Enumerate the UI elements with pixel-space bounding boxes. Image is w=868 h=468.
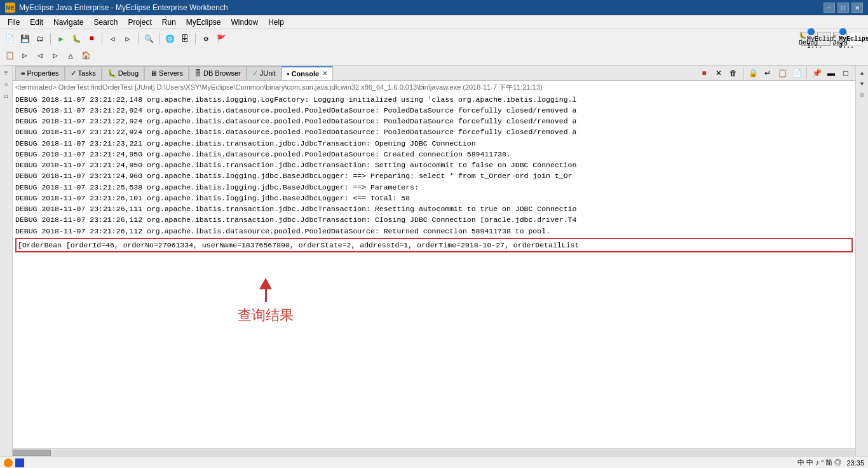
menu-search[interactable]: Search [88, 17, 123, 28]
right-btn-3[interactable]: ◎ [857, 90, 867, 100]
tb-run[interactable]: ▶ [54, 32, 68, 46]
menu-myeclipse[interactable]: MyEclipse [181, 17, 226, 28]
debug-line: DEBUG 2018-11-07 23:21:26,112 org.apache… [15, 226, 853, 237]
tab-db-browser[interactable]: 🗄 DB Browser [189, 66, 247, 80]
console-maximize[interactable]: □ [839, 66, 853, 80]
status-icon-2 [15, 458, 24, 467]
right-btn-2[interactable]: ▼ [857, 79, 867, 89]
tb-sep-2 [102, 33, 102, 45]
tasks-icon: ✓ [71, 69, 76, 78]
debug-line: DEBUG 2018-11-07 23:21:24,960 org.apache… [15, 170, 853, 181]
menu-edit[interactable]: Edit [25, 17, 48, 28]
tb2-up[interactable]: △ [64, 48, 78, 62]
persp-myeclipse-i[interactable]: 🔵 MyEclipse I... [817, 32, 831, 46]
maximize-button[interactable]: □ [837, 3, 849, 13]
tab-properties[interactable]: ≡ Properties [15, 66, 65, 80]
debug-icon: 🐛 [107, 69, 116, 78]
debug-line: DEBUG 2018-11-07 23:21:22,924 org.apache… [15, 105, 853, 116]
console-content[interactable]: <terminated> OrderTest.findOrderTest [JU… [13, 81, 855, 448]
query-result-label: 查询结果 [238, 305, 294, 326]
tab-debug[interactable]: 🐛 Debug [102, 66, 144, 80]
sidebar-icon-2[interactable]: ○ [1, 79, 11, 90]
sidebar-icon-1[interactable]: ≡ [1, 68, 11, 78]
debug-line: DEBUG 2018-11-07 23:21:26,101 org.apache… [15, 193, 853, 203]
status-left [4, 458, 24, 467]
tb-flag[interactable]: 🚩 [214, 32, 228, 46]
console-word-wrap[interactable]: ↵ [761, 66, 775, 80]
tb-stop[interactable]: ■ [85, 32, 98, 46]
properties-icon: ≡ [21, 69, 25, 77]
debug-line: DEBUG 2018-11-07 23:21:26,112 org.apache… [15, 214, 853, 225]
tb2-1[interactable]: 📋 [3, 48, 17, 62]
menu-project[interactable]: Project [123, 17, 156, 28]
console-pin[interactable]: 📌 [810, 66, 824, 80]
db-icon: 🗄 [194, 69, 201, 77]
tb-new[interactable]: 📄 [3, 32, 17, 46]
debug-line: DEBUG 2018-11-07 23:21:26,111 org.apache… [15, 203, 853, 214]
console-toolbar-buttons: ■ ✕ 🗑 🔒 ↵ 📋 📄 📌 ▬ □ [697, 66, 853, 80]
scrollbar-thumb[interactable] [13, 450, 51, 456]
tb-save[interactable]: 💾 [18, 32, 32, 46]
toolbar-area: 📄 💾 🗂 ▶ 🐛 ■ ◁ ▷ 🔍 🌐 🗄 ⚙ 🚩 🐛 Debug 🔵 MyEc… [0, 29, 868, 65]
console-h-scrollbar[interactable] [13, 448, 855, 456]
tb-gear[interactable]: ⚙ [199, 32, 213, 46]
console-remove[interactable]: ✕ [712, 66, 726, 80]
console-scroll-lock[interactable]: 🔒 [746, 66, 760, 80]
tb-save-all[interactable]: 🗂 [33, 32, 47, 46]
servers-icon: 🖥 [150, 69, 157, 77]
terminated-bar: <terminated> OrderTest.findOrderTest [JU… [15, 82, 853, 93]
tb-back[interactable]: ◁ [105, 32, 119, 46]
debug-line: DEBUG 2018-11-07 23:21:22,924 org.apache… [15, 127, 853, 137]
menu-file[interactable]: File [3, 17, 25, 28]
tb-search[interactable]: 🔍 [142, 32, 156, 46]
tb2-fwd[interactable]: ▷ [48, 48, 62, 62]
close-button[interactable]: ✕ [851, 3, 863, 13]
arrow-icon [259, 278, 272, 289]
app-icon: ME [5, 3, 15, 13]
tb2-home[interactable]: 🏠 [79, 48, 93, 62]
scrollbar-track[interactable] [13, 450, 855, 456]
annotation-area: 查询结果 [238, 278, 294, 326]
debug-lines: DEBUG 2018-11-07 23:21:22,148 org.apache… [15, 94, 853, 237]
tb-forward[interactable]: ▷ [121, 32, 135, 46]
tab-console[interactable]: ▪ Console ✕ [281, 66, 333, 80]
console-close-icon[interactable]: ✕ [322, 70, 327, 77]
arrow-shaft [265, 289, 267, 302]
tb-db[interactable]: 🗄 [178, 32, 192, 46]
persp-myeclipse-j[interactable]: 🔵 MyEclipse J... [849, 32, 863, 46]
console-copy[interactable]: 📋 [775, 66, 789, 80]
status-text: 中 中 ♪ ° 简 ◎ [797, 458, 841, 467]
menu-help[interactable]: Help [263, 17, 289, 28]
console-terminate[interactable]: ■ [697, 66, 711, 80]
tb-debug[interactable]: 🐛 [69, 32, 83, 46]
status-icon-1 [4, 458, 13, 467]
menu-run[interactable]: Run [157, 17, 181, 28]
sidebar-icon-3[interactable]: ◻ [1, 91, 11, 101]
sep [743, 67, 743, 79]
debug-line: DEBUG 2018-11-07 23:21:24,950 org.apache… [15, 149, 853, 160]
debug-line: DEBUG 2018-11-07 23:21:22,148 org.apache… [15, 94, 853, 105]
panel-tabs: ≡ Properties ✓ Tasks 🐛 Debug 🖥 Servers 🗄… [13, 65, 855, 81]
content-area: ≡ Properties ✓ Tasks 🐛 Debug 🖥 Servers 🗄… [13, 65, 855, 456]
status-right: 中 中 ♪ ° 简 ◎ 23:35 [797, 458, 864, 467]
right-btn-1[interactable]: ▲ [857, 68, 867, 78]
debug-line: DEBUG 2018-11-07 23:21:24,950 org.apache… [15, 160, 853, 170]
tb2-back[interactable]: ◁ [33, 48, 47, 62]
tb2-2[interactable]: ▷ [18, 48, 32, 62]
menu-navigate[interactable]: Navigate [48, 17, 88, 28]
tb-sep-4 [159, 33, 159, 45]
minimize-button[interactable]: − [824, 3, 835, 13]
result-line: [OrderBean [orderId=46, orderNo=27061334… [15, 238, 853, 252]
left-sidebar: ≡ ○ ◻ [0, 65, 13, 456]
console-paste[interactable]: 📄 [790, 66, 804, 80]
tb-globe[interactable]: 🌐 [163, 32, 177, 46]
tab-servers[interactable]: 🖥 Servers [144, 66, 189, 80]
tab-junit[interactable]: ✓ JUnit [247, 66, 281, 80]
status-bar: 中 中 ♪ ° 简 ◎ 23:35 [0, 456, 868, 468]
sep2 [806, 67, 807, 79]
console-clear[interactable]: 🗑 [726, 66, 740, 80]
junit-icon: ✓ [252, 69, 258, 78]
console-minimize[interactable]: ▬ [824, 66, 838, 80]
tab-tasks[interactable]: ✓ Tasks [65, 66, 102, 80]
menu-window[interactable]: Window [226, 17, 264, 28]
